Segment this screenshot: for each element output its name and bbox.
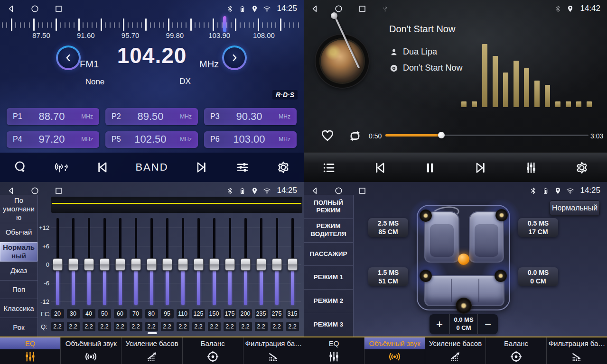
listening-mode-item[interactable]: ПАССАЖИР [304, 243, 353, 266]
back-icon[interactable] [7, 186, 16, 195]
q-value-box[interactable]: 2.2 [224, 322, 236, 331]
q-value-box[interactable]: 2.2 [177, 322, 189, 331]
seek-up-button[interactable] [222, 46, 247, 70]
recents-icon[interactable] [358, 4, 367, 13]
favorite-heart-icon[interactable] [320, 128, 335, 143]
eq-slider-thumb[interactable] [178, 258, 188, 271]
fc-value-box[interactable]: 70 [130, 309, 142, 318]
eq-band-slider[interactable] [286, 214, 299, 309]
eq-slider-thumb[interactable] [131, 258, 141, 271]
settings-gear-icon[interactable] [276, 160, 290, 174]
eq-slider-thumb[interactable] [209, 258, 219, 271]
next-station-icon[interactable] [195, 160, 209, 174]
audio-tab[interactable]: Усиление басов [425, 337, 486, 364]
eq-slider-thumb[interactable] [147, 258, 157, 271]
eq-slider-thumb[interactable] [241, 258, 251, 271]
radio-preset-button[interactable]: P6 103.00 MHz [204, 131, 297, 148]
fc-value-box[interactable]: 175 [224, 309, 236, 318]
eq-band-slider[interactable] [51, 214, 64, 309]
eq-band-slider[interactable] [83, 214, 95, 309]
eq-band-slider[interactable] [161, 214, 174, 309]
eq-band-slider[interactable] [177, 214, 189, 309]
q-value-box[interactable]: 2.2 [208, 322, 221, 331]
q-value-box[interactable]: 2.2 [51, 322, 64, 331]
eq-slider-thumb[interactable] [53, 258, 63, 271]
pager-dash[interactable] [160, 332, 170, 334]
audio-tab[interactable]: EQ [304, 337, 364, 364]
eq-slider-thumb[interactable] [84, 258, 94, 271]
front-right-delay-badge[interactable]: 0.5 MS 17 CM [518, 218, 558, 237]
fc-value-box[interactable]: 275 [271, 309, 283, 318]
eq-band-slider[interactable] [130, 214, 142, 309]
radio-preset-button[interactable]: P1 88.70 MHz [7, 108, 99, 125]
audio-tab[interactable]: Объёмный звук [61, 337, 121, 364]
eq-band-slider[interactable] [114, 214, 127, 309]
eq-slider-thumb[interactable] [194, 258, 204, 271]
fc-value-box[interactable]: 235 [255, 309, 268, 318]
eq-band-slider[interactable] [98, 214, 111, 309]
progress-bar[interactable] [385, 135, 588, 136]
listening-mode-item[interactable]: РЕЖИМ 1 [304, 266, 353, 290]
eq-band-slider[interactable] [271, 214, 283, 309]
fc-value-box[interactable]: 200 [239, 309, 252, 318]
progress-knob[interactable] [438, 132, 445, 138]
home-icon[interactable] [334, 186, 343, 195]
q-value-box[interactable]: 2.2 [161, 322, 174, 331]
back-icon[interactable] [310, 4, 319, 13]
radio-preset-button[interactable]: P3 90.30 MHz [204, 108, 297, 125]
q-value-box[interactable]: 2.2 [286, 322, 299, 331]
eq-slider-thumb[interactable] [225, 258, 235, 271]
fc-value-box[interactable]: 30 [67, 309, 80, 318]
recents-icon[interactable] [358, 186, 367, 195]
q-value-box[interactable]: 2.2 [271, 322, 283, 331]
front-left-delay-badge[interactable]: 2.5 MS 85 CM [368, 218, 408, 237]
q-value-box[interactable]: 2.2 [67, 322, 80, 331]
eq-band-slider[interactable] [224, 214, 236, 309]
pause-icon[interactable] [423, 161, 437, 175]
q-value-box[interactable]: 2.2 [114, 322, 127, 331]
audio-tab[interactable]: Фильтрация ба… [547, 337, 607, 364]
eq-slider-thumb[interactable] [272, 258, 282, 271]
eq-slider-thumb[interactable] [162, 258, 172, 271]
eq-band-slider[interactable] [67, 214, 80, 309]
audio-tab[interactable]: Баланс [183, 337, 243, 364]
q-value-box[interactable]: 2.2 [192, 322, 205, 331]
audio-tab[interactable]: EQ [0, 337, 61, 364]
fc-value-box[interactable]: 95 [161, 309, 174, 318]
audio-tab[interactable]: Фильтрация ба… [243, 337, 304, 364]
equalizer-icon[interactable] [235, 160, 250, 174]
fc-value-box[interactable]: 125 [192, 309, 205, 318]
fc-value-box[interactable]: 60 [114, 309, 127, 318]
eq-slider-thumb[interactable] [68, 258, 78, 271]
eq-band-slider[interactable] [145, 214, 158, 309]
seek-down-button[interactable] [56, 46, 81, 70]
band-button[interactable]: BAND [135, 161, 168, 173]
q-value-box[interactable]: 2.2 [255, 322, 268, 331]
eq-preset-item[interactable]: По умолчанию [0, 195, 37, 223]
broadcast-icon[interactable] [54, 160, 68, 174]
listening-mode-item[interactable]: РЕЖИМ 3 [304, 313, 353, 337]
sound-focus-ball[interactable] [458, 254, 469, 265]
eq-band-slider[interactable] [192, 214, 205, 309]
rear-right-delay-badge[interactable]: 0.0 MS 0 CM [518, 267, 558, 286]
fc-value-box[interactable]: 150 [208, 309, 221, 318]
eq-slider-thumb[interactable] [288, 258, 298, 271]
tuner-scale[interactable]: 87.5091.6095.7099.80103.90108.00 [0, 14, 304, 43]
back-icon[interactable] [310, 186, 319, 195]
back-icon[interactable] [7, 4, 16, 13]
repeat-icon[interactable] [347, 128, 363, 144]
q-value-box[interactable]: 2.2 [98, 322, 111, 331]
home-icon[interactable] [30, 186, 39, 195]
recents-icon[interactable] [54, 186, 63, 195]
audio-tab[interactable]: Баланс [486, 337, 547, 364]
q-value-box[interactable]: 2.2 [83, 322, 95, 331]
eq-slider-thumb[interactable] [100, 258, 110, 271]
next-track-icon[interactable] [474, 161, 488, 175]
previous-track-icon[interactable] [373, 161, 387, 175]
previous-station-icon[interactable] [95, 160, 109, 174]
increase-delay-button[interactable]: + [430, 314, 449, 334]
rear-left-delay-badge[interactable]: 1.5 MS 51 CM [368, 267, 408, 286]
tuner-indicator[interactable] [223, 16, 226, 32]
pager-dash[interactable] [173, 332, 183, 334]
home-icon[interactable] [30, 4, 39, 13]
